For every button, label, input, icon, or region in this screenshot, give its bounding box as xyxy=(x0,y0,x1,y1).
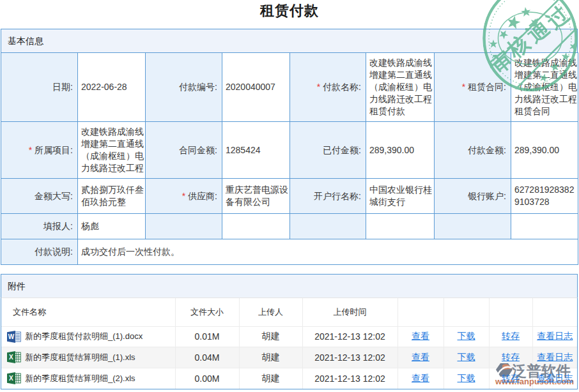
svg-text:X: X xyxy=(9,354,13,361)
svg-text:X: X xyxy=(9,375,13,382)
svg-text:W: W xyxy=(8,333,15,340)
